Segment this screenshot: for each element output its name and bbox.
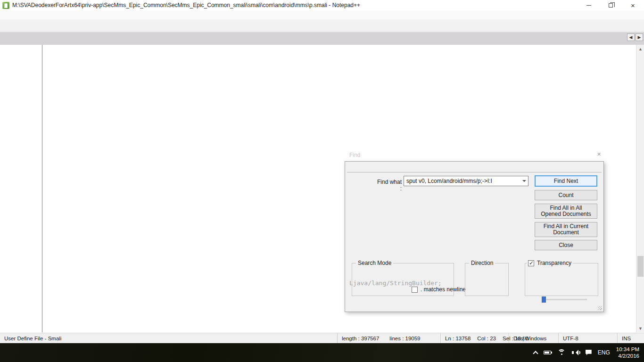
find-dialog-close-icon[interactable]: × <box>597 150 601 158</box>
find-all-current-button[interactable]: Find All in Current Document <box>535 222 597 237</box>
find-dialog: Find × Find what : sput v0, Lcom/android… <box>345 149 604 312</box>
fold-margin-line <box>42 45 42 332</box>
transparency-checkbox[interactable]: Transparency <box>527 260 573 266</box>
find-what-value: sput v0, Lcom/android/mms/p;->I:I <box>404 178 520 184</box>
menu-bar <box>0 10 644 20</box>
toolbar <box>0 20 644 32</box>
transparency-label: Transparency <box>537 260 571 266</box>
tray-date: 4/2/2016 <box>616 353 639 359</box>
system-tray: ENG 10:34 PM 4/2/2016 <box>534 343 644 362</box>
encoding-status[interactable]: UTF-8 <box>563 336 578 341</box>
minimize-button[interactable] <box>578 0 600 10</box>
doc-type-status: User Define File - Smali <box>4 336 61 341</box>
document-tab-bar: ◀ ▶ <box>0 32 644 45</box>
scroll-up-icon[interactable]: ▲ <box>636 45 644 53</box>
notepad-plus-plus-window: M:\SVADeodexerForArtx64\priv-app\SecMms_… <box>0 0 644 362</box>
matches-newline-checkbox[interactable]: . matches newline <box>412 286 466 293</box>
wifi-icon[interactable] <box>557 349 566 356</box>
col-status: Col : 23 <box>477 336 496 341</box>
resize-grip[interactable] <box>598 306 602 310</box>
notepad-plus-plus-icon <box>2 2 9 9</box>
ghost-code-bleedthrough: Ljava/lang/StringBuilder; <box>349 280 442 287</box>
checkbox-icon <box>528 260 534 266</box>
direction-label: Direction <box>469 260 495 266</box>
find-what-label: Find what : <box>375 179 402 192</box>
find-all-opened-button[interactable]: Find All in All Opened Documents <box>535 204 597 219</box>
line-status: Ln : 13758 <box>445 336 471 341</box>
battery-icon[interactable] <box>544 351 551 354</box>
tab-scroll-right-button[interactable]: ▶ <box>636 33 643 41</box>
volume-icon[interactable] <box>572 349 579 356</box>
scroll-down-icon[interactable]: ▼ <box>636 324 644 332</box>
windows-taskbar: ENG 10:34 PM 4/2/2016 <box>0 343 644 362</box>
combo-dropdown-icon[interactable] <box>520 176 528 186</box>
checkbox-icon <box>412 287 418 293</box>
find-dialog-title-bar[interactable]: Find × <box>345 149 604 161</box>
restore-button[interactable] <box>600 0 622 10</box>
language-indicator[interactable]: ENG <box>598 349 610 356</box>
scrollbar-thumb[interactable] <box>637 256 644 277</box>
clock[interactable]: 10:34 PM 4/2/2016 <box>616 346 639 359</box>
close-button[interactable]: × <box>622 0 644 10</box>
title-bar[interactable]: M:\SVADeodexerForArtx64\priv-app\SecMms_… <box>0 0 644 10</box>
status-bar: User Define File - Smali length : 397567… <box>0 333 644 343</box>
action-center-icon[interactable] <box>586 350 592 355</box>
insert-mode-status[interactable]: INS <box>622 336 631 341</box>
find-what-combobox[interactable]: sput v0, Lcom/android/mms/p;->I:I <box>404 176 528 186</box>
find-dialog-title: Find <box>349 152 360 158</box>
restore-icon <box>609 3 613 8</box>
count-button[interactable]: Count <box>535 190 597 200</box>
find-dialog-body: Find what : sput v0, Lcom/android/mms/p;… <box>345 161 604 312</box>
close-icon: × <box>631 2 635 9</box>
close-dialog-button[interactable]: Close <box>535 240 597 250</box>
tray-expand-icon[interactable] <box>533 351 538 356</box>
vertical-scrollbar[interactable]: ▲ ▼ <box>636 45 644 332</box>
find-next-button[interactable]: Find Next <box>535 175 597 187</box>
lines-status: lines : 19059 <box>389 336 420 341</box>
transparency-group <box>525 263 598 296</box>
direction-group: Direction <box>465 263 509 296</box>
tray-time: 10:34 PM <box>616 346 639 353</box>
minimize-icon <box>586 5 591 6</box>
eol-status[interactable]: Dos\Windows <box>513 336 546 341</box>
window-title: M:\SVADeodexerForArtx64\priv-app\SecMms_… <box>12 2 360 8</box>
transparency-slider[interactable] <box>542 299 587 300</box>
matches-newline-label: . matches newline <box>421 286 466 293</box>
slider-thumb[interactable] <box>542 296 546 303</box>
length-status: length : 397567 <box>342 336 379 341</box>
tab-scroll-left-button[interactable]: ◀ <box>627 33 635 41</box>
search-mode-label: Search Mode <box>356 260 393 266</box>
